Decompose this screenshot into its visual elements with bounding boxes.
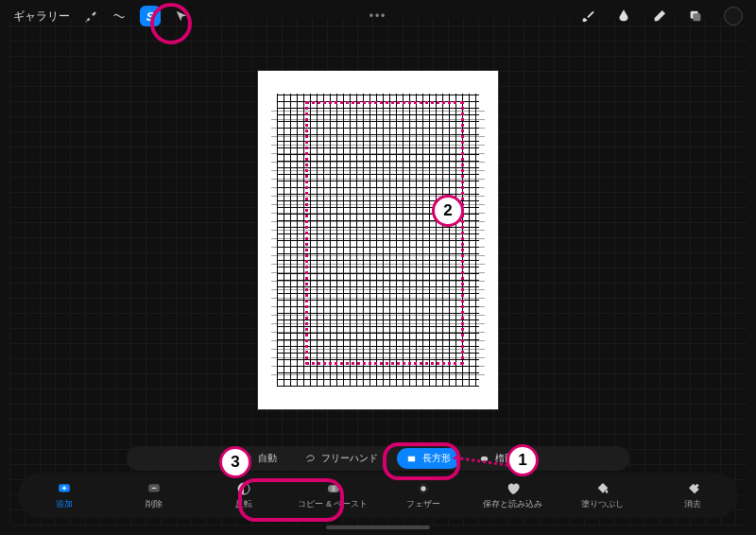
action-feather-label: フェザー [406,498,440,510]
mode-freehand[interactable]: フリーハンド [296,448,387,469]
lasso-icon [305,454,316,464]
action-save-load-label: 保存と読み込み [483,498,542,510]
gallery-button[interactable]: ギャラリー [13,9,70,25]
action-feather[interactable]: フェザー [387,481,460,510]
canvas[interactable] [258,71,498,409]
selection-marquee [305,101,464,365]
top-toolbar-left: ギャラリー S [13,6,189,26]
minus-icon [145,481,163,496]
action-fill-label: 塗りつぶし [581,498,624,510]
selection-mode-bar: 自動 フリーハンド 長方形 楕円 [127,446,629,471]
canvas-wrapper [258,71,498,409]
rectangle-icon [406,454,417,464]
top-toolbar: ギャラリー S ••• [0,0,756,32]
annotation-step-3: 3 [219,446,251,478]
svg-rect-1 [693,13,700,21]
selection-tool-icon[interactable]: S [140,6,161,26]
menu-dots-icon[interactable]: ••• [369,9,387,23]
home-indicator [326,526,430,529]
color-swatch[interactable] [724,7,743,26]
selection-action-bar: 追加 削除 反転 コピー & ペースト フェザー 保存と読み込み 塗りつぶし [19,473,737,518]
wrench-icon[interactable] [83,9,98,24]
feather-icon [414,481,433,496]
copy-paste-icon [324,481,343,496]
heart-icon [504,481,523,496]
plus-icon [55,481,74,496]
svg-rect-2 [408,456,415,461]
mode-freehand-label: フリーハンド [321,452,378,465]
layers-icon[interactable] [688,9,703,24]
clear-icon [683,481,702,496]
mode-rectangle[interactable]: 長方形 [397,448,460,469]
mode-auto-label: 自動 [258,452,277,465]
action-clear-label: 消去 [684,498,701,510]
mode-rectangle-label: 長方形 [422,452,451,465]
action-invert[interactable]: 反転 [207,481,281,510]
brush-icon[interactable] [580,9,595,24]
svg-point-8 [332,485,339,492]
app-root: ギャラリー S ••• [0,0,756,535]
action-clear[interactable]: 消去 [656,481,730,510]
action-copy-paste[interactable]: コピー & ペースト [297,481,370,510]
action-invert-label: 反転 [235,498,252,510]
smudge-icon[interactable] [616,9,631,24]
adjust-icon[interactable] [112,9,127,24]
annotation-step-2: 2 [432,195,464,227]
invert-icon [234,481,253,496]
arrow-icon[interactable] [174,9,189,24]
action-fill[interactable]: 塗りつぶし [566,481,640,510]
action-add-label: 追加 [56,498,73,510]
action-remove-label: 削除 [146,498,163,510]
bucket-icon [593,481,612,496]
annotation-step-1: 1 [507,444,539,476]
action-add[interactable]: 追加 [27,481,101,510]
action-copy-paste-label: コピー & ペースト [298,498,368,510]
action-save-load[interactable]: 保存と読み込み [476,481,550,510]
action-remove[interactable]: 削除 [117,481,191,510]
top-toolbar-right [580,7,743,26]
eraser-icon[interactable] [652,9,667,24]
svg-point-9 [421,486,425,491]
